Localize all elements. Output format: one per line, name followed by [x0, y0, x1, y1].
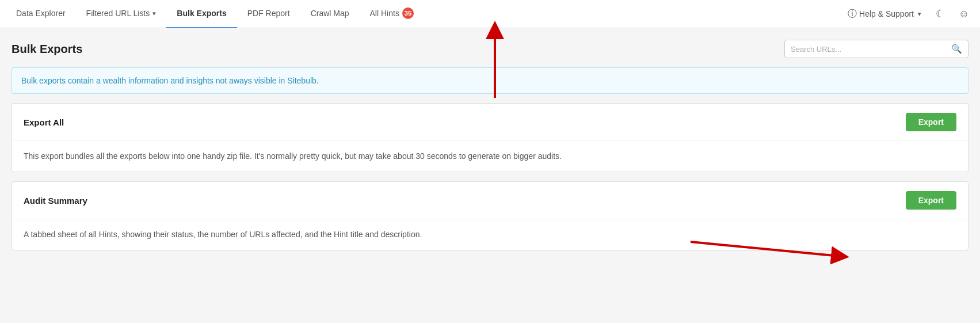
- export-button-audit-summary[interactable]: Export: [906, 191, 956, 210]
- smiley-button[interactable]: ☺: [954, 3, 974, 24]
- search-icon: 🔍: [951, 44, 962, 54]
- export-card-description-export-all: This export bundles all the exports belo…: [24, 151, 562, 161]
- nav-tab-label-pdf-report: PDF Report: [247, 9, 290, 18]
- nav-tab-label-crawl-map: Crawl Map: [311, 9, 349, 18]
- export-card-audit-summary: Audit Summary Export A tabbed sheet of a…: [12, 181, 968, 250]
- info-banner-text: Bulk exports contain a wealth informatio…: [21, 76, 319, 85]
- export-card-header-audit-summary: Audit Summary Export: [12, 182, 968, 219]
- nav-tab-bulk-exports[interactable]: Bulk Exports: [166, 0, 237, 28]
- nav-tab-data-explorer[interactable]: Data Explorer: [6, 0, 76, 28]
- export-card-body-audit-summary: A tabbed sheet of all Hints, showing the…: [12, 219, 968, 250]
- help-icon: ⓘ: [848, 8, 857, 20]
- nav-tab-label-bulk-exports: Bulk Exports: [177, 9, 226, 18]
- export-card-header-export-all: Export All Export: [12, 104, 968, 141]
- main-content: Bulk Exports 🔍 Bulk exports contain a we…: [0, 28, 980, 271]
- export-cards-container: Export All Export This export bundles al…: [12, 103, 968, 250]
- export-card-title-export-all: Export All: [24, 117, 64, 127]
- nav-tab-crawl-map[interactable]: Crawl Map: [300, 0, 360, 28]
- page-title: Bulk Exports: [12, 43, 82, 56]
- search-box[interactable]: 🔍: [784, 40, 968, 58]
- export-card-description-audit-summary: A tabbed sheet of all Hints, showing the…: [24, 230, 422, 239]
- export-button-export-all[interactable]: Export: [906, 113, 956, 131]
- smiley-icon: ☺: [959, 8, 969, 20]
- header-row: Bulk Exports 🔍: [12, 40, 968, 58]
- dark-mode-toggle[interactable]: ☾: [930, 3, 951, 24]
- help-dropdown-arrow-icon: ▾: [918, 10, 921, 18]
- export-card-title-audit-summary: Audit Summary: [24, 196, 87, 206]
- nav-tab-pdf-report[interactable]: PDF Report: [237, 0, 300, 28]
- dropdown-arrow-icon: ▾: [152, 10, 156, 17]
- nav-tab-label-data-explorer: Data Explorer: [16, 9, 66, 18]
- nav-tab-label-all-hints: All Hints: [370, 9, 399, 18]
- help-support-menu[interactable]: ⓘ Help & Support ▾: [842, 0, 927, 28]
- help-support-label: Help & Support: [859, 9, 914, 18]
- nav-tab-filtered-url-lists[interactable]: Filtered URL Lists ▾: [76, 0, 167, 28]
- nav-badge-all-hints: 35: [402, 7, 414, 19]
- export-card-body-export-all: This export bundles all the exports belo…: [12, 141, 968, 172]
- moon-icon: ☾: [936, 7, 945, 20]
- info-banner: Bulk exports contain a wealth informatio…: [12, 67, 968, 94]
- search-input[interactable]: [791, 45, 948, 54]
- export-card-export-all: Export All Export This export bundles al…: [12, 103, 968, 172]
- nav-tab-label-filtered-url-lists: Filtered URL Lists: [86, 9, 150, 18]
- top-nav: Data ExplorerFiltered URL Lists ▾Bulk Ex…: [0, 0, 980, 28]
- nav-tab-all-hints[interactable]: All Hints35: [360, 0, 424, 28]
